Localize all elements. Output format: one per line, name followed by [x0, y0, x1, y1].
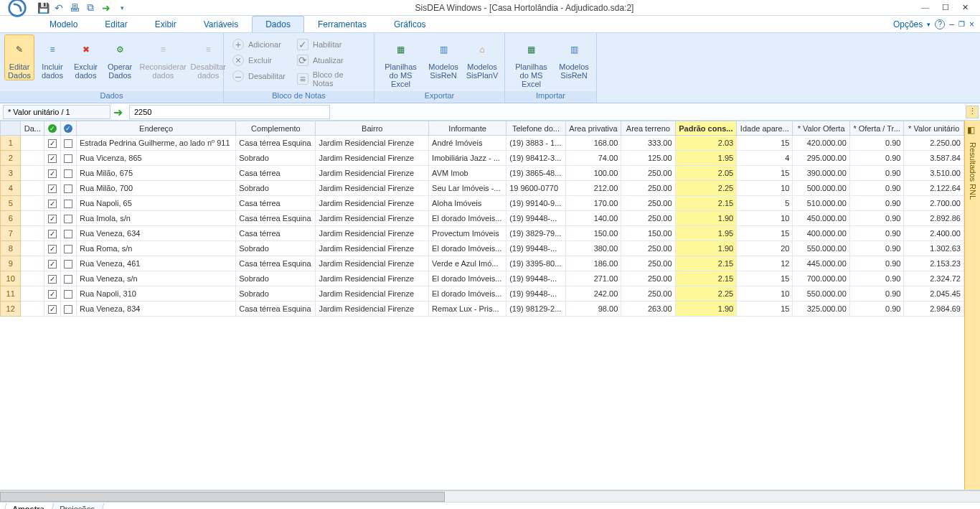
menu-tab-ferramentas[interactable]: Ferramentas	[304, 16, 380, 32]
menu-tab-dados[interactable]: Dados	[252, 16, 304, 32]
cell-idade[interactable]: 4	[737, 151, 793, 166]
cell-endereco[interactable]: Rua Veneza, 834	[77, 302, 236, 317]
cell-areapriv[interactable]: 212.00	[565, 181, 621, 196]
row-number[interactable]: 1	[1, 136, 21, 151]
row-check1[interactable]	[44, 271, 60, 286]
row-check1[interactable]	[44, 151, 60, 166]
row-check2[interactable]	[60, 211, 76, 226]
row-flag[interactable]	[21, 271, 44, 286]
cell-unit[interactable]: 3.510.00	[904, 166, 964, 181]
table-row[interactable]: 8Rua Roma, s/nSobradoJardim Residencial …	[1, 241, 964, 256]
row-flag[interactable]	[21, 181, 44, 196]
tab-projecoes[interactable]: Projeções	[50, 503, 103, 509]
export-sisplanv-button[interactable]: ⌂Modelos SisPlanV	[464, 34, 500, 80]
cell-unit[interactable]: 2.122.64	[904, 181, 964, 196]
table-row[interactable]: 4Rua Milão, 700SobradoJardim Residencial…	[1, 181, 964, 196]
cell-informante[interactable]: Provectum Imóveis	[429, 226, 507, 241]
cell-complemento[interactable]: Sobrado	[236, 241, 316, 256]
desabilitar-dados-button[interactable]: ≡Desabiltar dados	[190, 34, 226, 80]
cell-areapriv[interactable]: 242.00	[565, 286, 621, 302]
cell-areapriv[interactable]: 170.00	[565, 196, 621, 211]
cell-areapriv[interactable]: 186.00	[565, 256, 621, 271]
cell-ofertatr[interactable]: 0.90	[849, 256, 904, 271]
maximize-button[interactable]: ☐	[942, 3, 949, 12]
import-sisren-button[interactable]: ▥Modelos SisReN	[556, 34, 592, 80]
cell-padrao[interactable]: 2.25	[675, 181, 737, 196]
cell-areapriv[interactable]: 98.00	[565, 302, 621, 317]
row-flag[interactable]	[21, 256, 44, 271]
row-number[interactable]: 5	[1, 196, 21, 211]
print-icon[interactable]: 🖶	[69, 2, 80, 14]
cell-idade[interactable]: 12	[737, 256, 793, 271]
cell-complemento[interactable]: Sobrado	[236, 151, 316, 166]
col-telefone[interactable]: Telefone do...	[507, 121, 566, 136]
cell-padrao[interactable]: 1.95	[675, 151, 737, 166]
cell-padrao[interactable]: 1.95	[675, 226, 737, 241]
cell-oferta[interactable]: 420.000.00	[793, 136, 849, 151]
cell-bairro[interactable]: Jardim Residencial Firenze	[316, 256, 429, 271]
cell-bairro[interactable]: Jardim Residencial Firenze	[316, 211, 429, 226]
cell-oferta[interactable]: 400.000.00	[793, 226, 849, 241]
cell-padrao[interactable]: 2.15	[675, 196, 737, 211]
cell-informante[interactable]: André Imóveis	[429, 136, 507, 151]
cell-reference-input[interactable]	[3, 105, 110, 119]
cell-idade[interactable]: 10	[737, 181, 793, 196]
row-check1[interactable]	[44, 166, 60, 181]
cell-padrao[interactable]: 2.15	[675, 256, 737, 271]
row-check2[interactable]	[60, 286, 76, 302]
cell-oferta[interactable]: 700.000.00	[793, 271, 849, 286]
editar-dados-button[interactable]: ✎Editar Dados	[4, 34, 34, 80]
row-check2[interactable]	[60, 271, 76, 286]
table-row[interactable]: 1Estrada Pedrina Guilherme, ao lado nº 9…	[1, 136, 964, 151]
table-row[interactable]: 7Rua Veneza, 634Casa térreaJardim Reside…	[1, 226, 964, 241]
cell-areater[interactable]: 333.00	[621, 136, 675, 151]
row-number[interactable]: 6	[1, 211, 21, 226]
row-flag[interactable]	[21, 302, 44, 317]
cell-padrao[interactable]: 2.03	[675, 136, 737, 151]
cell-ofertatr[interactable]: 0.90	[849, 286, 904, 302]
desabilitar-nota-button[interactable]: –Desabilitar	[228, 69, 290, 83]
cell-unit[interactable]: 1.302.63	[904, 241, 964, 256]
cell-informante[interactable]: Imobiliária Jazz - ...	[429, 151, 507, 166]
cell-ofertatr[interactable]: 0.90	[849, 302, 904, 317]
row-number[interactable]: 12	[1, 302, 21, 317]
cell-oferta[interactable]: 500.000.00	[793, 181, 849, 196]
cell-bairro[interactable]: Jardim Residencial Firenze	[316, 226, 429, 241]
row-check1[interactable]	[44, 181, 60, 196]
cell-padrao[interactable]: 1.90	[675, 302, 737, 317]
cell-unit[interactable]: 2.324.72	[904, 271, 964, 286]
cell-bairro[interactable]: Jardim Residencial Firenze	[316, 196, 429, 211]
cell-telefone[interactable]: (19) 99448-...	[507, 241, 566, 256]
cell-endereco[interactable]: Rua Napoli, 65	[77, 196, 236, 211]
row-flag[interactable]	[21, 196, 44, 211]
row-check1[interactable]	[44, 136, 60, 151]
cell-informante[interactable]: El dorado Imóveis...	[429, 241, 507, 256]
cell-informante[interactable]: El dorado Imóveis...	[429, 211, 507, 226]
cell-areater[interactable]: 250.00	[621, 211, 675, 226]
cell-complemento[interactable]: Sobrado	[236, 271, 316, 286]
mdi-close-icon[interactable]: ×	[969, 19, 974, 29]
cell-ofertatr[interactable]: 0.90	[849, 211, 904, 226]
col-endereco[interactable]: Endereço	[77, 121, 236, 136]
row-check2[interactable]	[60, 256, 76, 271]
menu-tab-editar[interactable]: Editar	[91, 16, 141, 32]
cell-areapriv[interactable]: 140.00	[565, 211, 621, 226]
cell-endereco[interactable]: Rua Roma, s/n	[77, 241, 236, 256]
cell-endereco[interactable]: Rua Milão, 675	[77, 166, 236, 181]
cell-areater[interactable]: 250.00	[621, 196, 675, 211]
cell-unit[interactable]: 2.892.86	[904, 211, 964, 226]
cell-padrao[interactable]: 1.90	[675, 241, 737, 256]
cell-oferta[interactable]: 390.000.00	[793, 166, 849, 181]
cell-complemento[interactable]: Casa térrea Esquina	[236, 256, 316, 271]
cell-bairro[interactable]: Jardim Residencial Firenze	[316, 166, 429, 181]
cell-bairro[interactable]: Jardim Residencial Firenze	[316, 241, 429, 256]
cell-endereco[interactable]: Estrada Pedrina Guilherme, ao lado nº 91…	[77, 136, 236, 151]
bloco-notas-button[interactable]: ≡Bloco de Notas	[293, 69, 369, 89]
go-arrow-icon[interactable]: ➜	[113, 106, 126, 118]
table-row[interactable]: 11Rua Napoli, 310SobradoJardim Residenci…	[1, 286, 964, 302]
cell-areapriv[interactable]: 150.00	[565, 226, 621, 241]
cell-telefone[interactable]: (19) 99448-...	[507, 271, 566, 286]
cell-areater[interactable]: 250.00	[621, 256, 675, 271]
cell-bairro[interactable]: Jardim Residencial Firenze	[316, 151, 429, 166]
cell-areater[interactable]: 250.00	[621, 166, 675, 181]
